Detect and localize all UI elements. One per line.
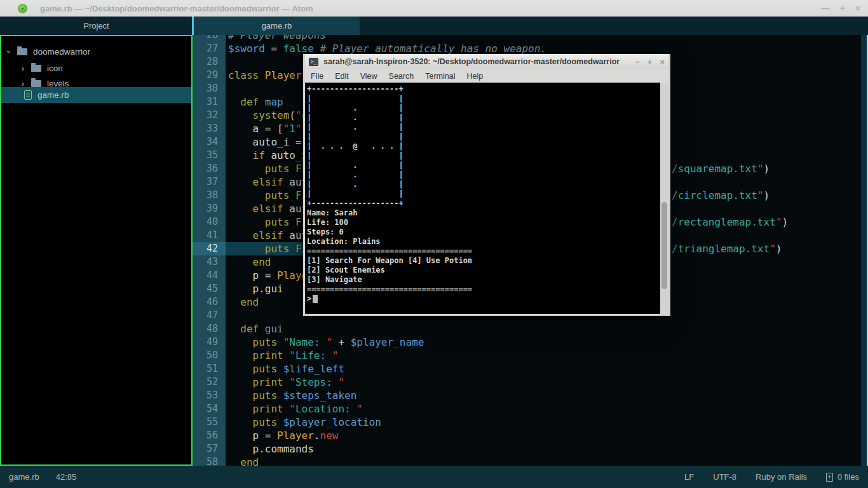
line-number[interactable]: 42 xyxy=(199,242,218,255)
terminal-menu-search[interactable]: Search xyxy=(383,72,420,81)
code-line[interactable]: p.commands xyxy=(228,442,314,456)
line-number[interactable]: 45 xyxy=(199,282,218,295)
code-line[interactable]: puts "Name: " + $player_name xyxy=(228,336,424,349)
line-number[interactable]: 29 xyxy=(199,69,218,82)
file-plus-icon: + xyxy=(826,473,833,482)
line-number[interactable]: 58 xyxy=(199,456,218,466)
terminal-menu-terminal[interactable]: Terminal xyxy=(419,72,461,81)
line-number[interactable]: 33 xyxy=(199,122,218,135)
terminal-output: +-------------------+ | | | . | | . | | … xyxy=(307,85,660,294)
line-number[interactable]: 30 xyxy=(199,82,218,95)
code-line[interactable]: print "Location: " xyxy=(228,402,363,416)
line-number[interactable]: 55 xyxy=(199,416,218,429)
status-line-ending[interactable]: LF xyxy=(684,472,694,482)
code-line-continuation[interactable]: /trianglemap.txt") xyxy=(672,242,782,255)
code-line[interactable]: $sword = false # Player automatically ha… xyxy=(228,42,546,55)
tree-item-doomedwarrior[interactable]: ›doomedwarrior xyxy=(1,44,191,60)
folder-icon xyxy=(31,65,41,72)
terminal-maximize-button[interactable]: + xyxy=(648,57,653,67)
terminal-menu-file[interactable]: File xyxy=(305,72,329,81)
code-line-continuation[interactable]: /squaremap.txt") xyxy=(672,162,770,175)
status-git-status[interactable]: + 0 files xyxy=(826,472,859,482)
tree-item-game-rb[interactable]: game.rb xyxy=(1,87,191,103)
status-filename: game.rb xyxy=(9,472,39,482)
code-line[interactable]: p = Player.new xyxy=(228,429,338,442)
line-number[interactable]: 52 xyxy=(199,376,218,389)
line-number[interactable]: 51 xyxy=(199,362,218,376)
terminal-prompt: > xyxy=(307,294,311,304)
line-number[interactable]: 34 xyxy=(199,135,218,149)
editor-gutter: 2627282930313233343536373839404142434445… xyxy=(193,35,226,466)
line-number[interactable]: 31 xyxy=(199,95,218,109)
terminal-scrollbar[interactable] xyxy=(660,83,668,314)
status-bar: game.rb 42:85 LF UTF-8 Ruby on Rails + 0… xyxy=(0,466,868,488)
code-line[interactable]: class Player xyxy=(228,69,302,82)
tree-item-label: doomedwarrior xyxy=(33,47,90,57)
close-button[interactable]: × xyxy=(855,3,860,13)
code-line-continuation[interactable]: /circlemap.txt") xyxy=(672,189,770,202)
window-title: game.rb — ~/Desktop/doomedwarrior-master… xyxy=(40,4,313,13)
maximize-button[interactable]: + xyxy=(840,3,845,13)
tab-bar: Project game.rb xyxy=(0,17,868,35)
terminal-scrollbar-thumb[interactable] xyxy=(661,202,667,289)
terminal-menu-view[interactable]: View xyxy=(355,72,383,81)
line-number[interactable]: 35 xyxy=(199,149,218,162)
minimize-button[interactable]: — xyxy=(821,3,830,13)
line-number[interactable]: 53 xyxy=(199,389,218,402)
code-line[interactable]: puts $player_location xyxy=(228,416,381,429)
code-line[interactable]: end xyxy=(228,456,259,466)
folder-icon xyxy=(31,80,41,87)
code-line-continuation[interactable]: /rectanglemap.txt") xyxy=(672,215,788,229)
terminal-menu-edit[interactable]: Edit xyxy=(329,72,355,81)
line-number[interactable]: 39 xyxy=(199,202,218,215)
line-number[interactable]: 54 xyxy=(199,402,218,416)
terminal-menubar: FileEditViewSearchTerminalHelp xyxy=(305,69,668,83)
line-number[interactable]: 38 xyxy=(199,189,218,202)
tree-view: ›doomedwarrior›icon›levelsgame.rb xyxy=(0,35,193,466)
line-number[interactable]: 47 xyxy=(199,309,218,322)
tree-item-icon[interactable]: ›icon xyxy=(1,60,191,76)
line-number[interactable]: 56 xyxy=(199,429,218,442)
line-number[interactable]: 36 xyxy=(199,162,218,175)
line-number[interactable]: 27 xyxy=(199,42,218,55)
code-line[interactable]: def map xyxy=(228,95,283,109)
terminal-menu-help[interactable]: Help xyxy=(461,72,489,81)
terminal-title: sarah@sarah-Inspiron-3520: ~/Desktop/doo… xyxy=(323,57,620,66)
code-line[interactable]: def gui xyxy=(228,322,283,336)
code-line[interactable]: end xyxy=(228,255,271,269)
code-line[interactable]: print "Steps: " xyxy=(228,376,344,389)
line-number[interactable]: 41 xyxy=(199,229,218,242)
terminal-app-icon: >_ xyxy=(309,58,318,66)
code-line[interactable]: end xyxy=(228,295,259,309)
code-line[interactable]: p.gui xyxy=(228,282,283,295)
terminal-titlebar[interactable]: >_ sarah@sarah-Inspiron-3520: ~/Desktop/… xyxy=(305,54,668,69)
line-number[interactable]: 44 xyxy=(199,269,218,282)
line-number[interactable]: 28 xyxy=(199,55,218,69)
line-number[interactable]: 49 xyxy=(199,336,218,349)
terminal-minimize-button[interactable]: − xyxy=(635,57,640,67)
line-number[interactable]: 43 xyxy=(199,255,218,269)
line-number[interactable]: 37 xyxy=(199,175,218,189)
atom-window: game.rb — ~/Desktop/doomedwarrior-master… xyxy=(0,0,868,488)
line-number[interactable]: 57 xyxy=(199,442,218,456)
status-grammar[interactable]: Ruby on Rails xyxy=(756,472,807,482)
status-encoding[interactable]: UTF-8 xyxy=(713,472,736,482)
code-line[interactable]: puts $steps_taken xyxy=(228,389,356,402)
line-number[interactable]: 32 xyxy=(199,109,218,122)
status-cursor-position[interactable]: 42:85 xyxy=(56,472,77,482)
line-number[interactable]: 50 xyxy=(199,349,218,362)
tree-item-label: game.rb xyxy=(37,90,69,100)
chevron-down-icon[interactable]: › xyxy=(4,48,14,56)
line-number[interactable]: 46 xyxy=(199,295,218,309)
tab-game-rb[interactable]: game.rb xyxy=(194,17,360,35)
chevron-right-icon[interactable]: › xyxy=(19,64,27,73)
line-number[interactable]: 48 xyxy=(199,322,218,336)
code-line[interactable]: print "Life: " xyxy=(228,349,338,362)
terminal-body[interactable]: +-------------------+ | | | . | | . | | … xyxy=(305,83,668,314)
atom-titlebar: game.rb — ~/Desktop/doomedwarrior-master… xyxy=(0,0,868,17)
code-line[interactable]: puts $life_left xyxy=(228,362,344,376)
code-line[interactable]: # Player weapons xyxy=(228,35,326,42)
line-number[interactable]: 26 xyxy=(199,35,218,42)
terminal-close-button[interactable]: × xyxy=(660,57,665,67)
line-number[interactable]: 40 xyxy=(199,215,218,229)
